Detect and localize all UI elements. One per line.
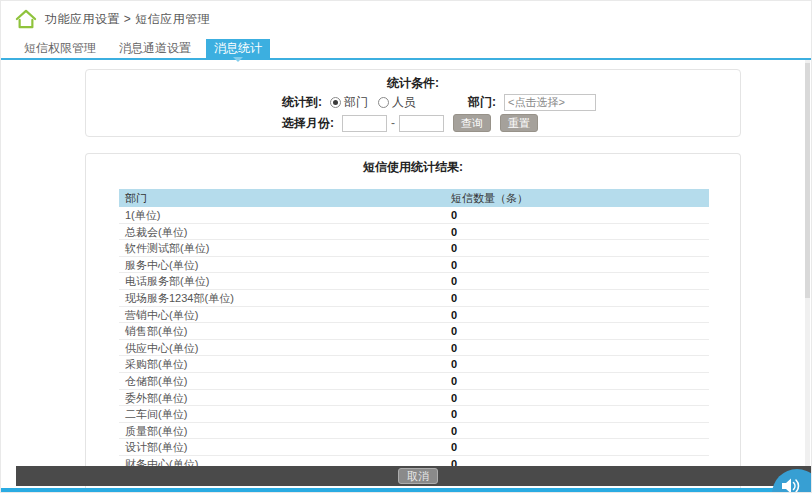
sms-count-cell: 0 [451, 307, 709, 323]
department-cell: 总裁会(单位) [119, 224, 451, 240]
radio-department-label: 部门 [344, 94, 368, 111]
table-body: 1(单位)0总裁会(单位)0软件测试部(单位)0服务中心(单位)0电话服务部(单… [119, 207, 709, 473]
tab-message-channel[interactable]: 消息通道设置 [111, 39, 199, 58]
table-row: 1(单位)0 [119, 207, 709, 224]
filter-panel-title: 统计条件: [86, 70, 740, 92]
sms-count-cell: 0 [451, 340, 709, 356]
sms-count-cell: 0 [451, 207, 709, 223]
stats-table: 部门 短信数量（条） 1(单位)0总裁会(单位)0软件测试部(单位)0服务中心(… [119, 189, 709, 473]
table-row: 总裁会(单位)0 [119, 224, 709, 241]
radio-department-circle [330, 97, 341, 108]
query-button[interactable]: 查询 [453, 114, 491, 132]
department-cell: 二车间(单位) [119, 406, 451, 422]
department-cell: 采购部(单位) [119, 356, 451, 372]
department-cell: 质量部(单位) [119, 423, 451, 439]
column-header-department: 部门 [119, 189, 451, 207]
column-header-sms-count: 短信数量（条） [451, 189, 709, 207]
table-row: 营销中心(单位)0 [119, 307, 709, 324]
table-header: 部门 短信数量（条） [119, 189, 709, 207]
reset-button[interactable]: 重置 [500, 114, 538, 132]
speaker-glyph [779, 474, 803, 493]
table-row: 采购部(单位)0 [119, 356, 709, 373]
table-row: 现场服务1234部(单位)0 [119, 290, 709, 307]
sms-count-cell: 0 [451, 257, 709, 273]
department-cell: 服务中心(单位) [119, 257, 451, 273]
sms-count-cell: 0 [451, 423, 709, 439]
cancel-button[interactable]: 取消 [398, 468, 438, 484]
tab-sms-permission[interactable]: 短信权限管理 [16, 39, 104, 58]
tab-underline [1, 58, 812, 60]
vertical-scrollbar [805, 60, 810, 488]
breadcrumb-path: 功能应用设置 > 短信应用管理 [45, 11, 210, 28]
home-icon[interactable] [15, 9, 37, 29]
department-cell: 销售部(单位) [119, 323, 451, 339]
sms-count-cell: 0 [451, 323, 709, 339]
department-cell: 软件测试部(单位) [119, 240, 451, 256]
department-select-input[interactable] [504, 94, 596, 111]
sms-count-cell: 0 [451, 390, 709, 406]
radio-person-label: 人员 [392, 94, 416, 111]
table-row: 销售部(单位)0 [119, 323, 709, 340]
sms-count-cell: 0 [451, 290, 709, 306]
stat-to-label: 统计到: [282, 94, 322, 111]
table-row: 电话服务部(单位)0 [119, 273, 709, 290]
table-row: 仓储部(单位)0 [119, 373, 709, 390]
department-cell: 现场服务1234部(单位) [119, 290, 451, 306]
breadcrumb: 功能应用设置 > 短信应用管理 [15, 9, 210, 29]
filter-row-month: 选择月份: - 查询 重置 [282, 114, 538, 132]
department-cell: 设计部(单位) [119, 439, 451, 455]
table-row: 委外部(单位)0 [119, 390, 709, 407]
sms-count-cell: 0 [451, 224, 709, 240]
department-cell: 营销中心(单位) [119, 307, 451, 323]
table-row: 二车间(单位)0 [119, 406, 709, 423]
sms-count-cell: 0 [451, 273, 709, 289]
radio-person-circle [378, 97, 389, 108]
table-row: 供应中心(单位)0 [119, 340, 709, 357]
scrollbar-thumb[interactable] [805, 63, 810, 298]
month-to-input[interactable] [399, 115, 444, 132]
month-label: 选择月份: [282, 115, 334, 132]
filter-panel: 统计条件: 统计到: 部门 人员 部门: 选择月份: - 查询 重置 [85, 69, 741, 137]
results-panel: 短信使用统计结果: 部门 短信数量（条） 1(单位)0总裁会(单位)0软件测试部… [85, 153, 741, 493]
footer-bar: 取消 [16, 466, 811, 486]
department-label: 部门: [468, 94, 496, 111]
department-cell: 委外部(单位) [119, 390, 451, 406]
month-separator: - [391, 116, 395, 130]
sms-count-cell: 0 [451, 373, 709, 389]
tab-message-stats[interactable]: 消息统计 [206, 39, 270, 58]
tab-bar: 短信权限管理 消息通道设置 消息统计 [16, 39, 277, 58]
month-from-input[interactable] [342, 115, 387, 132]
sms-count-cell: 0 [451, 356, 709, 372]
table-row: 质量部(单位)0 [119, 423, 709, 440]
radio-department[interactable]: 部门 [330, 94, 368, 111]
department-cell: 供应中心(单位) [119, 340, 451, 356]
filter-row-stat-to: 统计到: 部门 人员 部门: [282, 94, 596, 111]
sms-count-cell: 0 [451, 240, 709, 256]
bottom-accent-strip [1, 488, 812, 493]
sms-count-cell: 0 [451, 406, 709, 422]
sms-count-cell: 0 [451, 439, 709, 455]
department-cell: 电话服务部(单位) [119, 273, 451, 289]
radio-person[interactable]: 人员 [378, 94, 416, 111]
table-row: 软件测试部(单位)0 [119, 240, 709, 257]
department-cell: 仓储部(单位) [119, 373, 451, 389]
department-cell: 1(单位) [119, 207, 451, 223]
table-row: 服务中心(单位)0 [119, 257, 709, 274]
results-panel-title: 短信使用统计结果: [86, 154, 740, 176]
table-row: 设计部(单位)0 [119, 439, 709, 456]
